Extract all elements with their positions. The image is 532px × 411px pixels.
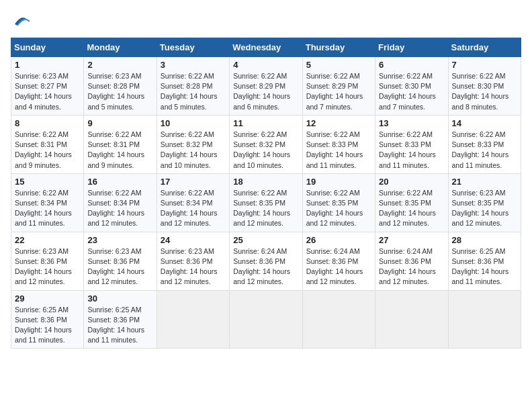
weekday-header: Tuesday [157,38,229,57]
day-details: Sunrise: 6:22 AMSunset: 8:33 PMDaylight:… [306,130,371,171]
calendar-cell: 25Sunrise: 6:24 AMSunset: 8:36 PMDayligh… [230,232,302,290]
calendar-week-row: 22Sunrise: 6:23 AMSunset: 8:36 PMDayligh… [11,232,521,290]
calendar-cell: 23Sunrise: 6:23 AMSunset: 8:36 PMDayligh… [84,232,157,290]
calendar-cell: 8Sunrise: 6:22 AMSunset: 8:31 PMDaylight… [11,115,84,173]
day-details: Sunrise: 6:23 AMSunset: 8:36 PMDaylight:… [15,246,80,287]
page-header [11,11,521,30]
day-number: 2 [87,60,152,70]
calendar-cell: 1Sunrise: 6:23 AMSunset: 8:27 PMDaylight… [11,57,84,116]
day-details: Sunrise: 6:22 AMSunset: 8:33 PMDaylight:… [379,130,444,171]
day-number: 11 [233,118,298,128]
day-number: 3 [161,60,226,70]
day-details: Sunrise: 6:24 AMSunset: 8:36 PMDaylight:… [233,246,298,287]
calendar-cell: 26Sunrise: 6:24 AMSunset: 8:36 PMDayligh… [302,232,375,290]
day-details: Sunrise: 6:22 AMSunset: 8:30 PMDaylight:… [379,71,444,112]
calendar-cell: 2Sunrise: 6:23 AMSunset: 8:28 PMDaylight… [84,57,157,116]
calendar-cell: 11Sunrise: 6:22 AMSunset: 8:32 PMDayligh… [230,115,302,173]
calendar-cell: 12Sunrise: 6:22 AMSunset: 8:33 PMDayligh… [302,115,375,173]
calendar-cell: 4Sunrise: 6:22 AMSunset: 8:29 PMDaylight… [230,57,302,116]
weekday-header: Wednesday [230,38,302,57]
calendar-week-row: 1Sunrise: 6:23 AMSunset: 8:27 PMDaylight… [11,57,521,116]
day-number: 14 [452,118,517,128]
calendar-cell: 16Sunrise: 6:22 AMSunset: 8:34 PMDayligh… [84,173,157,232]
day-number: 22 [15,235,80,245]
day-number: 1 [15,60,80,70]
calendar-cell [157,290,229,349]
day-details: Sunrise: 6:22 AMSunset: 8:33 PMDaylight:… [452,130,517,171]
logo-icon [12,11,31,30]
calendar-cell: 17Sunrise: 6:22 AMSunset: 8:34 PMDayligh… [157,173,229,232]
calendar-cell: 6Sunrise: 6:22 AMSunset: 8:30 PMDaylight… [375,57,448,116]
calendar-cell: 18Sunrise: 6:22 AMSunset: 8:35 PMDayligh… [230,173,302,232]
day-number: 24 [161,235,226,245]
day-details: Sunrise: 6:22 AMSunset: 8:28 PMDaylight:… [161,71,226,112]
calendar-week-row: 29Sunrise: 6:25 AMSunset: 8:36 PMDayligh… [11,290,521,349]
day-number: 15 [15,177,80,187]
day-details: Sunrise: 6:23 AMSunset: 8:36 PMDaylight:… [161,246,226,287]
day-details: Sunrise: 6:22 AMSunset: 8:31 PMDaylight:… [87,130,152,171]
day-number: 23 [87,235,152,245]
day-details: Sunrise: 6:23 AMSunset: 8:36 PMDaylight:… [87,246,152,287]
calendar-cell: 14Sunrise: 6:22 AMSunset: 8:33 PMDayligh… [448,115,521,173]
calendar-cell: 13Sunrise: 6:22 AMSunset: 8:33 PMDayligh… [375,115,448,173]
day-details: Sunrise: 6:22 AMSunset: 8:29 PMDaylight:… [233,71,298,112]
calendar-cell: 5Sunrise: 6:22 AMSunset: 8:29 PMDaylight… [302,57,375,116]
day-number: 29 [15,293,80,304]
logo [11,11,31,30]
calendar-cell [375,290,448,349]
day-details: Sunrise: 6:22 AMSunset: 8:34 PMDaylight:… [15,188,80,229]
day-number: 9 [87,118,152,128]
day-number: 8 [15,118,80,128]
day-details: Sunrise: 6:22 AMSunset: 8:32 PMDaylight:… [161,130,226,171]
weekday-header: Friday [375,38,448,57]
calendar-cell: 20Sunrise: 6:22 AMSunset: 8:35 PMDayligh… [375,173,448,232]
day-details: Sunrise: 6:24 AMSunset: 8:36 PMDaylight:… [379,246,444,287]
calendar-cell: 9Sunrise: 6:22 AMSunset: 8:31 PMDaylight… [84,115,157,173]
day-details: Sunrise: 6:22 AMSunset: 8:31 PMDaylight:… [15,130,80,171]
day-details: Sunrise: 6:24 AMSunset: 8:36 PMDaylight:… [306,246,371,287]
calendar-cell: 10Sunrise: 6:22 AMSunset: 8:32 PMDayligh… [157,115,229,173]
day-number: 13 [379,118,444,128]
day-details: Sunrise: 6:22 AMSunset: 8:35 PMDaylight:… [306,188,371,229]
day-details: Sunrise: 6:22 AMSunset: 8:34 PMDaylight:… [161,188,226,229]
day-details: Sunrise: 6:23 AMSunset: 8:35 PMDaylight:… [452,188,517,229]
day-number: 7 [452,60,517,70]
calendar-cell: 15Sunrise: 6:22 AMSunset: 8:34 PMDayligh… [11,173,84,232]
calendar-table: SundayMondayTuesdayWednesdayThursdayFrid… [11,38,521,349]
day-details: Sunrise: 6:22 AMSunset: 8:35 PMDaylight:… [233,188,298,229]
day-details: Sunrise: 6:25 AMSunset: 8:36 PMDaylight:… [87,305,152,346]
calendar-cell: 19Sunrise: 6:22 AMSunset: 8:35 PMDayligh… [302,173,375,232]
day-details: Sunrise: 6:23 AMSunset: 8:28 PMDaylight:… [87,71,152,112]
day-details: Sunrise: 6:22 AMSunset: 8:35 PMDaylight:… [379,188,444,229]
calendar-cell [448,290,521,349]
calendar-week-row: 15Sunrise: 6:22 AMSunset: 8:34 PMDayligh… [11,173,521,232]
weekday-header: Sunday [11,38,84,57]
day-number: 20 [379,177,444,187]
calendar-cell [230,290,302,349]
calendar-header: SundayMondayTuesdayWednesdayThursdayFrid… [11,38,521,57]
calendar-cell: 3Sunrise: 6:22 AMSunset: 8:28 PMDaylight… [157,57,229,116]
day-number: 16 [87,177,152,187]
day-details: Sunrise: 6:25 AMSunset: 8:36 PMDaylight:… [15,305,80,346]
calendar-cell: 29Sunrise: 6:25 AMSunset: 8:36 PMDayligh… [11,290,84,349]
weekday-header: Thursday [302,38,375,57]
weekday-header: Saturday [448,38,521,57]
calendar-cell: 7Sunrise: 6:22 AMSunset: 8:30 PMDaylight… [448,57,521,116]
day-number: 19 [306,177,371,187]
calendar-cell: 24Sunrise: 6:23 AMSunset: 8:36 PMDayligh… [157,232,229,290]
day-number: 6 [379,60,444,70]
calendar-week-row: 8Sunrise: 6:22 AMSunset: 8:31 PMDaylight… [11,115,521,173]
day-number: 12 [306,118,371,128]
day-details: Sunrise: 6:22 AMSunset: 8:32 PMDaylight:… [233,130,298,171]
day-number: 27 [379,235,444,245]
day-number: 18 [233,177,298,187]
day-number: 4 [233,60,298,70]
day-number: 5 [306,60,371,70]
calendar-cell: 30Sunrise: 6:25 AMSunset: 8:36 PMDayligh… [84,290,157,349]
day-details: Sunrise: 6:22 AMSunset: 8:30 PMDaylight:… [452,71,517,112]
day-details: Sunrise: 6:22 AMSunset: 8:34 PMDaylight:… [87,188,152,229]
day-number: 21 [452,177,517,187]
calendar-cell: 28Sunrise: 6:25 AMSunset: 8:36 PMDayligh… [448,232,521,290]
weekday-header: Monday [84,38,157,57]
calendar-cell: 22Sunrise: 6:23 AMSunset: 8:36 PMDayligh… [11,232,84,290]
